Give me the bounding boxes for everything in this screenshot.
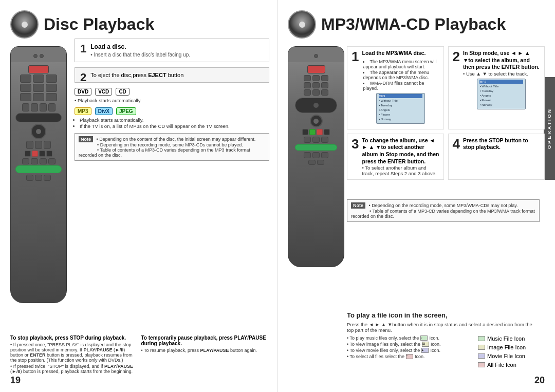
note-right-1: • Depending on the recording mode, some … bbox=[369, 203, 518, 208]
legend-all: All File Icon bbox=[478, 362, 540, 368]
screen-row-title: MP3 bbox=[379, 94, 422, 98]
remote-btn-center bbox=[31, 124, 46, 139]
remote-cd-enter bbox=[15, 165, 62, 173]
remote-btn-misc2 bbox=[35, 175, 42, 181]
step1-title: Load a disc. bbox=[90, 43, 264, 50]
remote-indicator-r1 bbox=[314, 54, 318, 58]
mp3-step1-title: Load the MP3/WMA disc. bbox=[362, 50, 439, 57]
remote-btn-3 bbox=[46, 74, 57, 83]
stop-bullet-1: • If pressed once, "PRESS PLAY" is displ… bbox=[10, 342, 136, 363]
page-num-right: 20 bbox=[534, 375, 545, 386]
stop-bullet-2: • If pressed twice, "STOP" is displayed,… bbox=[10, 364, 136, 374]
remote-r-misc3 bbox=[321, 152, 328, 158]
file-bullet-4: • To select all files select the * Icon. bbox=[347, 354, 473, 359]
mp3-step1-content: Load the MP3/WMA disc. The MP3/WMA menu … bbox=[362, 50, 439, 126]
file-icon-section: To play a file icon in the screen, Press… bbox=[347, 311, 540, 369]
mp3-bullets: Playback starts automatically. If the TV… bbox=[75, 117, 269, 129]
remote-btn-6 bbox=[46, 84, 57, 92]
remote-btn-4 bbox=[20, 84, 31, 92]
format-badges-dvd: DVD VCD CD bbox=[75, 88, 269, 96]
remote-r-misc2 bbox=[312, 152, 320, 158]
remote-top-right bbox=[288, 47, 344, 62]
note-text-2: • Depending on the recording mode, some … bbox=[97, 142, 243, 147]
step1-content: Load a disc. • Insert a disc that the di… bbox=[90, 43, 264, 58]
bottom-section-left: To stop playback, press STOP during play… bbox=[10, 335, 267, 374]
note-label-left: Note bbox=[79, 136, 93, 142]
step2-number: 2 bbox=[80, 72, 86, 83]
mp3-step3: 3 To change the album, use ◄ ► ▲ ▼to sel… bbox=[347, 134, 444, 180]
step1-sub: • Insert a disc that the disc's label fa… bbox=[90, 52, 264, 58]
legend-image: Image File Icon bbox=[478, 344, 540, 350]
remote-r-btn-7 bbox=[304, 89, 311, 96]
remote-body bbox=[10, 46, 67, 303]
page-num-left: 19 bbox=[10, 375, 21, 386]
remote-stop-btn bbox=[32, 151, 38, 157]
remote-playback-buttons bbox=[25, 151, 52, 157]
remote-r-btn-1 bbox=[304, 75, 311, 81]
stop-section: To stop playback, press STOP during play… bbox=[10, 335, 136, 374]
remote-r-btn-2 bbox=[312, 75, 320, 81]
all-icon-inline: * bbox=[406, 354, 413, 359]
stop-title: To stop playback, press STOP during play… bbox=[10, 335, 136, 341]
eject-text-post: button bbox=[168, 72, 184, 78]
remote-indicator2 bbox=[40, 54, 44, 58]
left-page: Disc Playback bbox=[0, 0, 278, 392]
mp3-step2-content: In Stop mode, use ◄ ► ▲ ▼to select the a… bbox=[463, 50, 540, 111]
remote-btn-misc3 bbox=[44, 175, 51, 181]
remote-rew-btn bbox=[46, 151, 52, 157]
legend-all-label: All File Icon bbox=[487, 362, 516, 368]
remote-top bbox=[11, 47, 66, 62]
remote-btn-nav2 bbox=[35, 141, 42, 149]
mp3-step4: 4 Press the STOP button to stop playback… bbox=[448, 134, 545, 180]
badge-dvd: DVD bbox=[75, 88, 91, 96]
legend-image-icon bbox=[478, 345, 485, 350]
mp3-s1-b2: The appearance of the menu depends on th… bbox=[363, 70, 439, 80]
screen-row-2: ▪ Tuesday bbox=[379, 103, 422, 107]
remote-r-btn-5 bbox=[312, 82, 320, 88]
remote-btn-misc1 bbox=[26, 175, 33, 181]
file-section-title: To play a file icon in the screen, bbox=[347, 311, 540, 319]
music-icon-inline: ♪ bbox=[420, 335, 428, 341]
remote-r-play-buttons bbox=[302, 129, 330, 135]
screen2-row-2: ▪ Tuesday bbox=[479, 89, 523, 93]
remote-btn-a bbox=[22, 103, 29, 111]
remote-btn-nav1 bbox=[26, 141, 33, 149]
badge-vcd: VCD bbox=[95, 88, 112, 96]
remote-r-btn-8 bbox=[312, 89, 320, 96]
badge-divx: DivX bbox=[95, 107, 113, 115]
mp3-step3-content: To change the album, use ◄ ► ▲ ▼to selec… bbox=[362, 137, 439, 177]
remote-r-btn-power bbox=[307, 65, 325, 73]
note-label-right: Note bbox=[351, 202, 365, 209]
remote-dpad bbox=[15, 113, 62, 122]
remote-r-enter bbox=[310, 115, 323, 127]
steps-area-left: 1 Load a disc. • Insert a disc that the … bbox=[75, 39, 269, 161]
note-box-left: Note • Depending on the content of the d… bbox=[75, 133, 269, 161]
pause-section: To temporarily pause playback, press PLA… bbox=[141, 335, 267, 374]
disc-icon-right bbox=[288, 10, 316, 39]
mp3-step3-title: To change the album, use ◄ ► ▲ ▼to selec… bbox=[362, 137, 439, 165]
remote-ff-btn bbox=[39, 151, 45, 157]
remote-btn-b bbox=[31, 103, 38, 111]
remote-body-right bbox=[288, 46, 344, 267]
left-title-area: Disc Playback bbox=[10, 10, 267, 39]
remote-r-btn-6 bbox=[321, 82, 328, 88]
badge-jpeg: JPEG bbox=[116, 107, 136, 115]
note-text-3: • Table of contents of a MP3-CD varies d… bbox=[79, 147, 250, 158]
dpad-center bbox=[313, 103, 319, 108]
remote-r-misc4 bbox=[308, 160, 316, 165]
remote-btn-extra3 bbox=[40, 158, 47, 164]
remote-r-btn-4 bbox=[304, 82, 311, 88]
pause-bullets: • To resume playback, press PLAY/PAUSE b… bbox=[141, 348, 267, 353]
dvd-bullet: • Playback starts automatically. bbox=[75, 98, 269, 103]
file-bullets: • To play music files only, select the ♪… bbox=[347, 335, 473, 360]
remote-r-cd-enter bbox=[295, 144, 337, 151]
remote-r-btn-3 bbox=[321, 75, 328, 81]
remote-r-stop bbox=[317, 129, 323, 135]
mp3-step1: 1 Load the MP3/WMA disc. The MP3/WMA men… bbox=[347, 46, 444, 129]
mp3-s1-b3: WMA-DRM files cannot be played. bbox=[363, 81, 439, 91]
screen-row-4: ▪ Flower bbox=[379, 113, 422, 117]
remote-r-extra2 bbox=[312, 137, 320, 143]
mp3-step2-sub: • Use ▲ ▼ to select the track. bbox=[463, 71, 540, 77]
legend-image-label: Image File Icon bbox=[487, 344, 526, 350]
screen2-row-5: ▪ Norway bbox=[479, 103, 523, 107]
